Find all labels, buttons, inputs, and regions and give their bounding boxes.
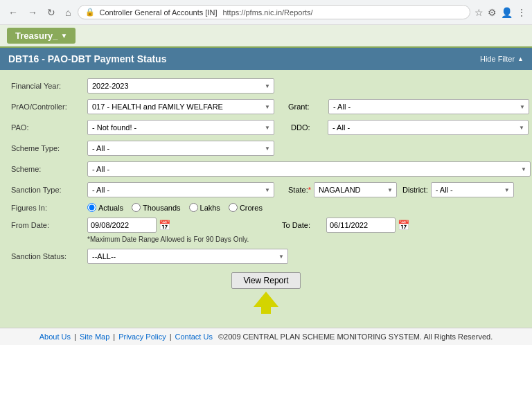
top-nav: Treasury_ ▼ [0,25,532,48]
district-wrapper: - All - [431,182,514,197]
scheme-label: Scheme: [11,165,87,173]
scheme-row: Scheme: - All - [11,161,521,177]
to-date-input[interactable] [326,218,396,233]
treasury-arrow: ▼ [60,32,67,39]
sanction-status-label: Sanction Status: [11,252,87,260]
page-title: DBT16 - PAO-DBT Payment Status [8,53,166,64]
radio-actuals-input[interactable] [87,203,96,212]
pao-select[interactable]: - Not found! - [87,120,274,135]
to-date-calendar-icon[interactable]: 📅 [398,220,409,231]
radio-lakhs-input[interactable] [189,203,198,212]
state-select[interactable]: NAGALAND [314,182,397,197]
scheme-type-select[interactable]: - All - [87,141,274,156]
back-btn[interactable]: ← [6,6,21,19]
scheme-select[interactable]: - All - [87,161,531,177]
copyright-text: ©2009 CENTRAL PLAN SCHEME MONITORING SYS… [218,332,493,341]
site-label: Controller General of Accounts [IN] [99,8,217,17]
prao-row: PrAO/Controller: 017 - HEALTH and FAMILY… [11,99,521,114]
state-required: * [308,186,311,194]
arrow-row [11,292,521,314]
state-label: State:* [288,186,311,194]
grant-label: Grant: [288,103,323,111]
bookmark-icon[interactable]: ☆ [475,7,484,18]
forward-btn[interactable]: → [25,6,40,19]
menu-icon[interactable]: ⋮ [517,7,526,18]
ddo-wrapper: - All - [328,120,529,135]
home-btn[interactable]: ⌂ [62,6,73,19]
sanction-type-row: Sanction Type: - All - State:* NAGALAND … [11,182,521,197]
refresh-btn[interactable]: ↻ [44,6,58,19]
browser-chrome: ← → ↻ ⌂ 🔒 Controller General of Accounts… [0,0,532,25]
financial-year-wrapper: 2022-2023 [87,78,274,94]
prao-label: PrAO/Controller: [11,103,87,111]
sanction-status-row: Sanction Status: --ALL-- [11,249,521,264]
from-date-input[interactable] [87,218,157,233]
to-date-label: To Date: [282,221,323,229]
scheme-type-wrapper: - All - [87,141,274,156]
ddo-label: DDO: [291,123,322,132]
radio-thousands-input[interactable] [132,203,141,212]
up-arrow-icon [254,292,278,314]
header-bar: DBT16 - PAO-DBT Payment Status Hide Filt… [0,48,532,70]
account-icon[interactable]: 👤 [501,7,513,18]
pao-row: PAO: - Not found! - DDO: - All - [11,120,521,135]
state-wrapper: NAGALAND [314,182,397,197]
url-text: https://pfms.nic.in/Reports/ [222,8,312,17]
contact-us-link[interactable]: Contact Us [175,332,213,341]
hide-filter-btn[interactable]: Hide Filter ▲ [480,55,524,63]
treasury-label: Treasury_ [15,30,57,41]
financial-year-row: Financial Year: 2022-2023 [11,78,521,94]
sanction-type-wrapper: - All - [87,182,274,197]
browser-actions: ☆ ⚙ 👤 ⋮ [475,7,526,18]
scheme-type-row: Scheme Type: - All - [11,141,521,156]
grant-wrapper: - All - [328,99,529,114]
prao-select[interactable]: 017 - HEALTH and FAMILY WELFARE [87,99,274,114]
radio-actuals[interactable]: Actuals [87,203,123,212]
pao-label: PAO: [11,123,87,132]
from-date-calendar-icon[interactable]: 📅 [159,220,170,231]
main-content: DBT16 - PAO-DBT Payment Status Hide Filt… [0,48,532,328]
radio-crores[interactable]: Crores [229,203,263,212]
district-label: District: [402,186,428,194]
radio-lakhs[interactable]: Lakhs [189,203,220,212]
ddo-select[interactable]: - All - [328,120,529,135]
settings-icon[interactable]: ⚙ [488,7,497,18]
sanction-status-select[interactable]: --ALL-- [87,249,288,264]
scheme-type-label: Scheme Type: [11,144,87,152]
grant-select[interactable]: - All - [328,99,529,114]
sep3: | [170,332,172,341]
sep1: | [74,332,76,341]
privacy-policy-link[interactable]: Privacy Policy [118,332,166,341]
lock-icon: 🔒 [85,8,95,17]
about-us-link[interactable]: About Us [39,332,71,341]
sep2: | [113,332,115,341]
radio-crores-input[interactable] [229,203,238,212]
radio-thousands[interactable]: Thousands [132,203,180,212]
figures-row: Figures In: Actuals Thousands Lakhs Cror… [11,203,521,212]
site-map-link[interactable]: Site Map [80,332,109,341]
sanction-type-label: Sanction Type: [11,186,87,194]
from-date-label: From Date: [11,221,87,229]
filter-section: Financial Year: 2022-2023 PrAO/Controlle… [0,70,532,328]
chevron-up-icon: ▲ [517,55,524,62]
figures-label: Figures In: [11,204,87,212]
url-bar[interactable]: 🔒 Controller General of Accounts [IN] ht… [78,5,470,19]
date-row: From Date: 📅 To Date: 📅 [11,218,521,233]
prao-wrapper: 017 - HEALTH and FAMILY WELFARE [87,99,274,114]
btn-row: View Report [11,272,521,289]
financial-year-label: Financial Year: [11,82,87,90]
district-select[interactable]: - All - [431,182,514,197]
figures-radio-group: Actuals Thousands Lakhs Crores [87,203,263,212]
date-note: *Maximum Date Range Allowed is For 90 Da… [87,236,521,243]
scheme-wrapper: - All - [87,161,531,177]
footer: About Us | Site Map | Privacy Policy | C… [0,328,532,345]
treasury-dropdown[interactable]: Treasury_ ▼ [7,28,76,44]
sanction-type-select[interactable]: - All - [87,182,274,197]
pao-wrapper: - Not found! - [87,120,274,135]
sanction-status-wrapper: --ALL-- [87,249,288,264]
financial-year-select[interactable]: 2022-2023 [87,78,274,94]
view-report-button[interactable]: View Report [231,272,300,289]
